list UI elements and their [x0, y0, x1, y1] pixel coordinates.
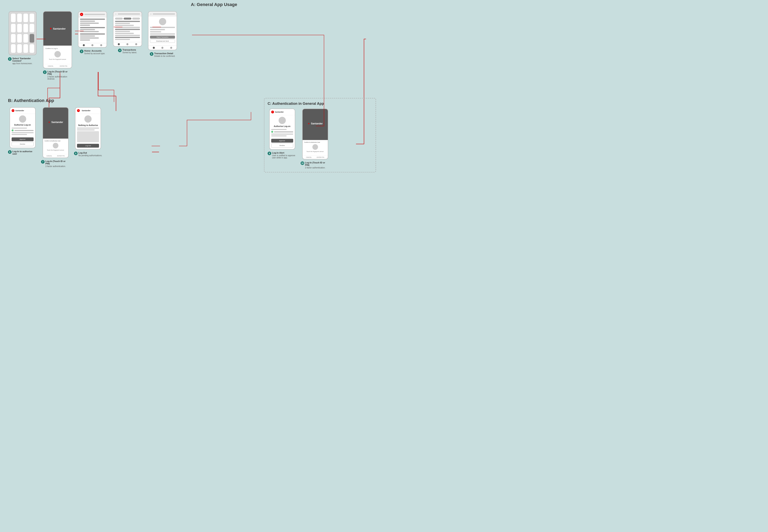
header-line [118, 13, 140, 15]
line [150, 27, 175, 28]
app-icon [17, 44, 22, 53]
app-icon [11, 24, 16, 32]
step-10-col: ✦ Santander Confirm to Authorise User To… [301, 109, 330, 169]
step-4-num: 4 [118, 49, 122, 52]
auth-body: Authorise Log-on [270, 115, 295, 139]
step-8-label: 8 Log-Out No pending authorisations. [74, 152, 102, 157]
account-section-1 [80, 19, 105, 26]
trans-footer [113, 42, 142, 46]
confirm-auth-text: Confirm to Authorise User [45, 140, 67, 142]
step-3-num: 3 [80, 50, 83, 53]
nav-dot [100, 44, 102, 46]
desc-line [77, 128, 99, 129]
line [115, 35, 140, 36]
avatar-placeholder [159, 18, 166, 25]
auth-line [271, 135, 287, 136]
step-2-label: 2 Log-In (Touch ID or PIN) 2-factor auth… [43, 70, 72, 80]
line [150, 29, 165, 30]
step-3-label: 3 Home: Accounts Sorted by account type. [80, 50, 105, 55]
line [115, 25, 134, 26]
filter-pill [132, 18, 140, 20]
app-icon [23, 34, 28, 43]
cancel-btn[interactable]: CANCEL [46, 155, 52, 157]
step-3-title: Home: Accounts [84, 50, 102, 52]
app-icon [30, 44, 34, 53]
account-section-2 [80, 27, 105, 32]
step-4-sub: Sorted by latest. [122, 51, 137, 54]
santander-app-icon[interactable] [30, 34, 34, 43]
step-2-col: ✦ Santander Confirm to Log In Touch the … [43, 11, 72, 80]
auth-alert-phone: ✦ Santander Authorise Log-on [269, 109, 295, 150]
santander-logo: ✦ Santander [308, 122, 323, 125]
detail-header: ← [148, 12, 177, 16]
toggle-row [271, 131, 293, 133]
auth-login-phone: ✦ Santander Authorise Log-on [10, 107, 36, 148]
cancel-btn[interactable]: CANCEL [48, 65, 53, 67]
cancel-btn[interactable]: CANCEL [306, 157, 312, 158]
step-9-sub: User is notified to approve user while i… [272, 154, 297, 159]
trans-body [113, 16, 142, 42]
auth-actions: Approve Decline [10, 137, 35, 148]
line [80, 21, 95, 22]
nav-dot [153, 47, 155, 49]
account-section-3 [80, 33, 105, 41]
decline-btn[interactable]: Decline [12, 142, 34, 146]
enter-pin-btn[interactable]: ENTER PIN [60, 65, 67, 67]
step-7-num: 7 [41, 160, 45, 164]
step-4-col: ← [113, 11, 142, 54]
line [80, 33, 105, 35]
step-1-sub: app from homescreen. [12, 62, 37, 65]
step-8-sub: No pending authorisations. [78, 154, 102, 157]
logout-phone: ✦ Santander Nothing to Authorise Log Out [75, 107, 101, 150]
santander-logo-small: ✦ [271, 111, 274, 113]
brand-name: Santander [275, 111, 284, 113]
step-5-sub: Details to be confirmed. [154, 55, 175, 57]
report-transaction-btn[interactable]: Report Transaction [150, 36, 175, 39]
line [115, 27, 140, 28]
logout-btn[interactable]: Log Out [77, 144, 99, 148]
flame-icon: ✦ [49, 27, 52, 31]
line [115, 37, 140, 38]
enter-pin-btn[interactable]: ENTER PIN [57, 155, 65, 157]
toggle-row [12, 129, 34, 131]
app-icon [30, 24, 34, 32]
login-body: Confirm to Log In Touch the fingerprint … [43, 46, 72, 64]
confirm-text: Confirm to Log In [45, 48, 70, 49]
grey-placeholder-box [77, 131, 99, 142]
section-b-label: B: Authentication App [8, 98, 256, 103]
line [150, 31, 161, 32]
download-send-btn[interactable]: Download and Send [150, 39, 175, 43]
approve-btn[interactable]: Approve [12, 137, 34, 141]
brand-name: Santander [15, 110, 24, 112]
decline-btn[interactable]: Decline [271, 143, 293, 148]
enter-pin-btn[interactable]: ENTER PIN [317, 157, 324, 158]
nothing-title: Nothing to Authorise [77, 124, 99, 126]
dark-top: ✦ Santander [303, 109, 328, 140]
transactions-phone: ← [113, 11, 142, 47]
santander-small-logo: ✦ [80, 13, 83, 16]
step-1-num: 1 [8, 57, 12, 61]
approve-btn[interactable]: Approve [271, 139, 293, 143]
brand-name: Santander [51, 121, 63, 124]
filter-pill [115, 18, 123, 20]
step-5-label: 5 Transaction Detail Details to be confi… [150, 52, 175, 57]
fingerprint-circle [53, 143, 58, 148]
logout-header: ✦ Santander [75, 108, 101, 114]
nav-dot [83, 44, 85, 46]
step-1-label: 1 Select 'Santander Connect' app from ho… [8, 57, 37, 65]
santander-logo: ✦ Santander [48, 121, 63, 124]
login-footer: CANCEL ENTER PIN [43, 64, 72, 68]
app-icon [17, 34, 22, 43]
accounts-phone: ✦ [78, 11, 107, 48]
fingerprint-footer-c: CANCEL ENTER PIN [303, 155, 328, 159]
section-b: B: Authentication App ✦ Santander Author… [8, 98, 256, 167]
nav-dot [91, 44, 93, 46]
app-icon [11, 14, 16, 22]
santander-logo: ✦ Santander [49, 27, 66, 31]
step-8-title: Log-Out [78, 152, 87, 154]
auth-line [271, 129, 287, 130]
app-icon [23, 44, 28, 53]
nav-dot [118, 43, 120, 45]
confirm-auth-text: Confirm to Authorise User [304, 142, 326, 143]
toggle-line [14, 130, 34, 131]
